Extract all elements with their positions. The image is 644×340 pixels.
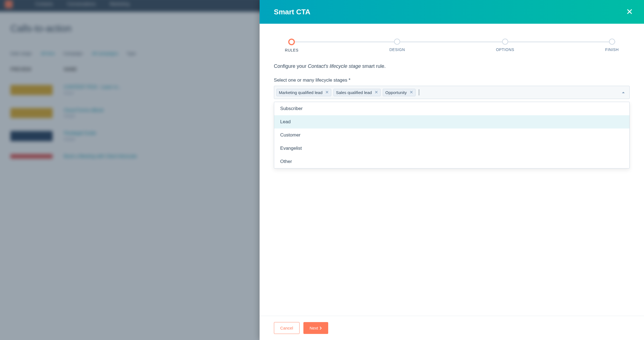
stepper-line — [288, 42, 615, 42]
step-label: RULES — [285, 48, 298, 52]
step-rules[interactable]: RULES — [285, 39, 298, 52]
dropdown-option-subscriber[interactable]: Subscriber — [274, 102, 629, 115]
dropdown-option-customer[interactable]: Customer — [274, 128, 629, 142]
dropdown-option-lead[interactable]: Lead — [274, 115, 629, 128]
lifecycle-stage-label: Select one or many lifecycle stages * — [274, 77, 630, 83]
smart-cta-panel: Smart CTA ✕ RULES DESIGN OPTIONS FINISH — [260, 0, 644, 340]
cancel-button[interactable]: Cancel — [274, 322, 300, 334]
dropdown-option-evangelist[interactable]: Evangelist — [274, 142, 629, 155]
remove-token-icon[interactable]: ✕ — [374, 90, 378, 95]
lifecycle-dropdown: Subscriber Lead Customer Evangelist Othe… — [274, 102, 630, 168]
remove-token-icon[interactable]: ✕ — [325, 90, 329, 95]
panel-footer: Cancel Next — [260, 316, 644, 340]
text-italic: Contact's lifecycle stage — [308, 63, 361, 69]
close-icon[interactable]: ✕ — [626, 8, 633, 16]
selected-token[interactable]: Marketing qualified lead ✕ — [276, 89, 331, 96]
button-label: Next — [310, 326, 318, 330]
step-circle-icon — [288, 39, 295, 45]
chevron-right-icon — [320, 326, 322, 330]
panel-header: Smart CTA ✕ — [260, 0, 644, 24]
token-label: Marketing qualified lead — [279, 90, 322, 95]
step-circle-icon — [502, 39, 508, 45]
selected-token[interactable]: Sales qualified lead ✕ — [333, 89, 381, 96]
dropdown-option-other[interactable]: Other — [274, 155, 629, 168]
next-button[interactable]: Next — [303, 322, 328, 334]
step-circle-icon — [394, 39, 400, 45]
remove-token-icon[interactable]: ✕ — [409, 90, 413, 95]
selected-token[interactable]: Opportunity ✕ — [383, 89, 416, 96]
scrollbar[interactable] — [640, 0, 644, 340]
step-options[interactable]: OPTIONS — [496, 39, 514, 52]
configure-description: Configure your Contact's lifecycle stage… — [274, 63, 630, 69]
caret-up-icon[interactable] — [622, 91, 625, 93]
panel-title: Smart CTA — [274, 8, 310, 16]
step-label: OPTIONS — [496, 47, 514, 52]
token-label: Opportunity — [385, 90, 407, 95]
step-finish[interactable]: FINISH — [605, 39, 619, 52]
text-cursor — [419, 89, 419, 95]
step-label: DESIGN — [389, 47, 405, 52]
button-label: Cancel — [280, 326, 293, 330]
step-circle-icon — [609, 39, 615, 45]
text-part: Configure your — [274, 63, 308, 69]
lifecycle-stage-select[interactable]: Marketing qualified lead ✕ Sales qualifi… — [274, 86, 630, 99]
step-label: FINISH — [605, 47, 619, 52]
panel-body: RULES DESIGN OPTIONS FINISH Configure yo… — [260, 24, 644, 316]
text-part: smart rule. — [361, 63, 386, 69]
token-label: Sales qualified lead — [336, 90, 372, 95]
step-indicator: RULES DESIGN OPTIONS FINISH — [285, 39, 619, 52]
step-design[interactable]: DESIGN — [389, 39, 405, 52]
